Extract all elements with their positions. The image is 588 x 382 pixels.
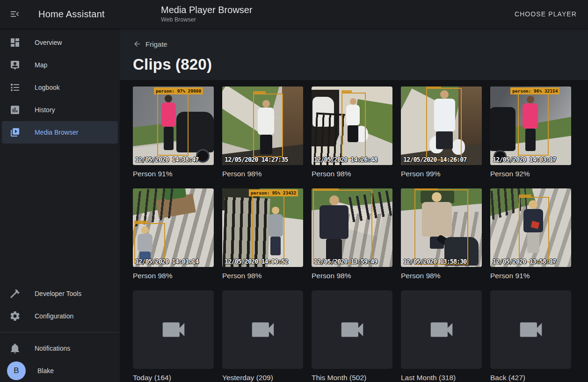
panel-header: Media Player Browser Web Browser <box>161 4 253 23</box>
clip-thumbnail: 12/05/2020 13:58:17 <box>490 188 571 267</box>
clip-thumbnail: person: 96% 32154 12/05/2020 14:03:17 <box>490 86 571 165</box>
sidebar-item-developer-tools[interactable]: Developer Tools <box>2 282 118 305</box>
sidebar-item-overview[interactable]: Overview <box>2 31 118 54</box>
detection-label: person: 95% 23432 <box>249 189 298 196</box>
video-camera-icon <box>248 315 277 344</box>
detection-bounding-box <box>252 195 284 262</box>
sidebar-item-map[interactable]: Map <box>2 54 118 76</box>
clip-caption: Person 98% <box>312 170 392 178</box>
folder-label: Yesterday (209) <box>222 374 303 382</box>
detection-bounding-box <box>157 92 189 156</box>
sidebar-item-label: Notifications <box>35 345 70 352</box>
profile-name: Blake <box>37 367 54 375</box>
media-browser-panel: Frigate Clips (820) person: 97% 29988 12… <box>120 28 588 382</box>
video-camera-icon <box>516 315 545 344</box>
clip-timestamp: 12/05/2020 13:58:30 <box>403 258 466 265</box>
sidebar-item-logbook[interactable]: Logbook <box>2 76 118 99</box>
view-dashboard-icon <box>9 37 21 48</box>
detection-bounding-box <box>519 197 550 262</box>
clip-card[interactable]: 12/05/2020 14:26:48 Person 98% <box>312 86 392 178</box>
sidebar-toggle-button[interactable] <box>4 3 26 25</box>
detection-label: person: 96% 32154 <box>510 87 559 94</box>
menu-open-icon <box>9 8 21 20</box>
clip-thumbnail: 12/05/2020 14:26:48 <box>312 86 392 165</box>
media-browser-header: Frigate Clips (820) <box>120 28 588 80</box>
folder-label: Back (427) <box>490 374 571 382</box>
video-camera-icon <box>427 315 456 344</box>
folder-label: This Month (502) <box>312 374 392 382</box>
clip-card[interactable]: 12/05/2020 13:59:49 Person 98% <box>312 188 392 280</box>
clip-caption: Person 98% <box>312 272 392 280</box>
folder-tile <box>133 290 214 369</box>
sidebar-item-label: Media Browser <box>35 129 78 136</box>
clip-timestamp: 12/05/2020 14:27:35 <box>225 156 288 163</box>
gear-icon <box>9 310 21 322</box>
clip-card[interactable]: person: 97% 29988 12/05/2020 14:38:47 Pe… <box>133 86 214 178</box>
clip-caption: Person 98% <box>222 170 303 178</box>
clip-card[interactable]: 12/05/2020 14:26:07 Person 99% <box>401 86 482 178</box>
clip-thumbnail: 12/05/2020 13:58:30 <box>401 188 482 267</box>
folder-tile <box>312 290 392 369</box>
clip-caption: Person 91% <box>133 170 214 178</box>
folder-card-last-month[interactable]: Last Month (318) <box>401 290 482 382</box>
folder-card-today[interactable]: Today (164) <box>133 290 214 382</box>
clip-card[interactable]: 12/05/2020 13:58:30 Person 98% <box>401 188 482 280</box>
clip-card[interactable]: 12/05/2020 14:01:14 Person 98% <box>133 188 214 280</box>
clip-timestamp: 12/05/2020 14:38:47 <box>135 156 198 163</box>
sidebar-item-notifications[interactable]: Notifications <box>2 337 118 360</box>
sidebar-divider <box>0 332 120 332</box>
clip-caption: Person 99% <box>401 170 482 178</box>
hammer-icon <box>9 288 21 299</box>
clip-thumbnail: person: 97% 29988 12/05/2020 14:38:47 <box>133 86 214 165</box>
folder-tile <box>222 290 303 369</box>
sidebar-item-label: Logbook <box>35 84 60 91</box>
detection-bounding-box <box>414 189 468 265</box>
folder-card-back[interactable]: Back (427) <box>490 290 571 382</box>
clip-card[interactable]: person: 95% 23432 12/05/2020 14:00:52 Pe… <box>222 188 303 280</box>
sidebar-item-media-browser[interactable]: Media Browser <box>2 121 118 144</box>
avatar: B <box>7 361 26 380</box>
clip-card[interactable]: person: 96% 32154 12/05/2020 14:03:17 Pe… <box>490 86 571 178</box>
arrow-left-icon <box>133 40 141 48</box>
folder-card-this-month[interactable]: This Month (502) <box>312 290 392 382</box>
clip-timestamp: 12/05/2020 14:26:07 <box>403 156 466 163</box>
folder-tile <box>401 290 482 369</box>
folder-label: Today (164) <box>133 374 214 382</box>
detection-bounding-box <box>518 93 549 155</box>
clip-thumbnail: person: 95% 23432 12/05/2020 14:00:52 <box>222 188 303 267</box>
chart-box-icon <box>9 104 21 115</box>
panel-subtitle: Web Browser <box>161 16 253 23</box>
panel-title: Media Player Browser <box>161 4 253 15</box>
clips-grid: person: 97% 29988 12/05/2020 14:38:47 Pe… <box>120 80 588 382</box>
clip-thumbnail: 12/05/2020 14:27:35 <box>222 86 303 165</box>
sidebar-item-profile[interactable]: B Blake <box>2 360 118 382</box>
clip-card[interactable]: 12/05/2020 14:27:35 Person 98% <box>222 86 303 178</box>
sidebar-item-configuration[interactable]: Configuration <box>2 305 118 327</box>
folder-card-yesterday[interactable]: Yesterday (209) <box>222 290 303 382</box>
clip-thumbnail: 12/05/2020 13:59:49 <box>312 188 392 267</box>
clip-card[interactable]: 12/05/2020 13:58:17 Person 91% <box>490 188 571 280</box>
breadcrumb-label: Frigate <box>145 40 167 48</box>
clip-caption: Person 98% <box>133 272 214 280</box>
detection-bounding-box <box>341 93 366 159</box>
clip-thumbnail: 12/05/2020 14:26:07 <box>401 86 482 165</box>
clip-timestamp: 12/05/2020 14:03:17 <box>493 156 556 163</box>
choose-player-button[interactable]: CHOOSE PLAYER <box>511 7 581 22</box>
sidebar-item-label: Developer Tools <box>35 290 81 297</box>
clip-timestamp: 12/05/2020 14:00:52 <box>225 258 288 265</box>
detection-bounding-box <box>426 88 462 160</box>
sidebar-item-history[interactable]: History <box>2 99 118 121</box>
list-bulleted-icon <box>9 82 21 93</box>
breadcrumb[interactable]: Frigate <box>133 40 167 48</box>
sidebar-item-label: Overview <box>35 39 62 46</box>
clip-timestamp: 12/05/2020 14:01:14 <box>135 258 198 265</box>
video-camera-icon <box>338 315 367 344</box>
clip-timestamp: 12/05/2020 14:26:48 <box>314 156 377 163</box>
sidebar-spacer <box>0 144 120 282</box>
bell-icon <box>9 343 21 354</box>
detection-bounding-box <box>313 190 372 264</box>
sidebar-item-label: Configuration <box>35 312 73 320</box>
play-box-multiple-icon <box>9 127 21 138</box>
detection-bounding-box <box>253 94 283 157</box>
account-location-icon <box>9 59 21 71</box>
